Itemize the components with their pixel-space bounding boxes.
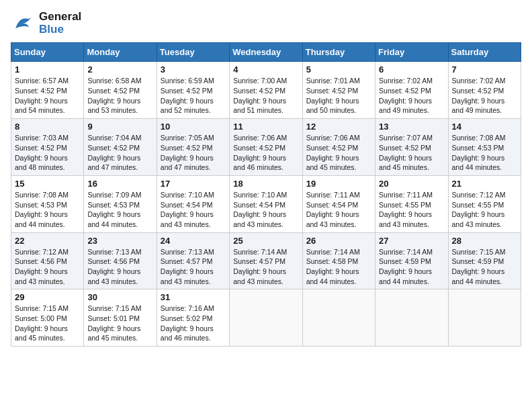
day-info: Sunrise: 7:01 AM Sunset: 4:52 PM Dayligh…: [306, 76, 371, 116]
calendar-cell: 13 Sunrise: 7:07 AM Sunset: 4:52 PM Dayl…: [375, 119, 448, 176]
day-info: Sunrise: 7:14 AM Sunset: 4:58 PM Dayligh…: [306, 247, 371, 287]
header: General Blue: [11, 11, 521, 36]
calendar-cell: 17 Sunrise: 7:10 AM Sunset: 4:54 PM Dayl…: [157, 175, 229, 232]
calendar-cell: 8 Sunrise: 7:03 AM Sunset: 4:52 PM Dayli…: [11, 119, 84, 176]
logo-icon: [11, 11, 35, 36]
day-number: 7: [452, 64, 517, 75]
calendar-cell: 31 Sunrise: 7:16 AM Sunset: 5:02 PM Dayl…: [157, 289, 229, 347]
day-info: Sunrise: 6:57 AM Sunset: 4:52 PM Dayligh…: [15, 76, 80, 116]
calendar-cell: 25 Sunrise: 7:14 AM Sunset: 4:57 PM Dayl…: [230, 232, 302, 289]
day-number: 10: [161, 122, 226, 132]
calendar-cell: 29 Sunrise: 7:15 AM Sunset: 5:00 PM Dayl…: [11, 289, 84, 347]
calendar-cell: 9 Sunrise: 7:04 AM Sunset: 4:52 PM Dayli…: [84, 119, 157, 176]
calendar-header: SundayMondayTuesdayWednesdayThursdayFrid…: [11, 43, 521, 62]
day-info: Sunrise: 6:58 AM Sunset: 4:52 PM Dayligh…: [87, 76, 152, 116]
day-number: 15: [15, 179, 80, 189]
day-number: 13: [379, 122, 444, 132]
day-number: 23: [87, 236, 152, 246]
calendar-header-friday: Friday: [375, 43, 448, 62]
day-number: 20: [379, 179, 444, 189]
calendar-cell: 24 Sunrise: 7:13 AM Sunset: 4:57 PM Dayl…: [157, 232, 229, 289]
day-info: Sunrise: 7:02 AM Sunset: 4:52 PM Dayligh…: [379, 76, 444, 116]
calendar-week-3: 15 Sunrise: 7:08 AM Sunset: 4:53 PM Dayl…: [11, 175, 521, 232]
day-info: Sunrise: 6:59 AM Sunset: 4:52 PM Dayligh…: [161, 76, 226, 116]
calendar-cell: 6 Sunrise: 7:02 AM Sunset: 4:52 PM Dayli…: [375, 62, 448, 119]
calendar-cell: 1 Sunrise: 6:57 AM Sunset: 4:52 PM Dayli…: [11, 62, 84, 119]
calendar-cell: 30 Sunrise: 7:15 AM Sunset: 5:01 PM Dayl…: [84, 289, 157, 347]
calendar-cell: [230, 289, 302, 347]
calendar-cell: 23 Sunrise: 7:13 AM Sunset: 4:56 PM Dayl…: [84, 232, 157, 289]
day-number: 6: [379, 64, 444, 75]
calendar-cell: 19 Sunrise: 7:11 AM Sunset: 4:54 PM Dayl…: [302, 175, 375, 232]
calendar-header-thursday: Thursday: [302, 43, 375, 62]
calendar-week-5: 29 Sunrise: 7:15 AM Sunset: 5:00 PM Dayl…: [11, 289, 521, 347]
day-number: 30: [87, 292, 152, 302]
day-number: 19: [306, 179, 371, 189]
day-number: 21: [452, 179, 517, 189]
calendar-cell: 12 Sunrise: 7:06 AM Sunset: 4:52 PM Dayl…: [302, 119, 375, 176]
day-info: Sunrise: 7:07 AM Sunset: 4:52 PM Dayligh…: [379, 133, 444, 173]
calendar-week-1: 1 Sunrise: 6:57 AM Sunset: 4:52 PM Dayli…: [11, 62, 521, 119]
day-number: 29: [15, 292, 80, 302]
day-info: Sunrise: 7:15 AM Sunset: 5:01 PM Dayligh…: [87, 304, 152, 343]
calendar-week-4: 22 Sunrise: 7:12 AM Sunset: 4:56 PM Dayl…: [11, 232, 521, 289]
day-number: 27: [379, 236, 444, 246]
calendar-cell: 27 Sunrise: 7:14 AM Sunset: 4:59 PM Dayl…: [375, 232, 448, 289]
day-info: Sunrise: 7:11 AM Sunset: 4:55 PM Dayligh…: [379, 190, 444, 230]
day-number: 8: [15, 122, 80, 132]
day-info: Sunrise: 7:15 AM Sunset: 5:00 PM Dayligh…: [15, 304, 80, 343]
calendar-header-monday: Monday: [84, 43, 157, 62]
day-number: 22: [15, 236, 80, 246]
day-number: 25: [233, 236, 298, 246]
calendar-cell: 21 Sunrise: 7:12 AM Sunset: 4:55 PM Dayl…: [448, 175, 521, 232]
day-number: 18: [233, 179, 298, 189]
day-info: Sunrise: 7:00 AM Sunset: 4:52 PM Dayligh…: [233, 76, 298, 116]
calendar-header-sunday: Sunday: [11, 43, 84, 62]
day-number: 14: [452, 122, 517, 132]
day-number: 31: [161, 292, 226, 302]
day-info: Sunrise: 7:06 AM Sunset: 4:52 PM Dayligh…: [233, 133, 298, 173]
day-number: 9: [87, 122, 152, 132]
calendar-cell: 4 Sunrise: 7:00 AM Sunset: 4:52 PM Dayli…: [230, 62, 302, 119]
calendar-cell: [375, 289, 448, 347]
day-number: 4: [233, 64, 298, 75]
day-info: Sunrise: 7:06 AM Sunset: 4:52 PM Dayligh…: [306, 133, 371, 173]
day-number: 24: [161, 236, 226, 246]
day-number: 16: [87, 179, 152, 189]
calendar-cell: 20 Sunrise: 7:11 AM Sunset: 4:55 PM Dayl…: [375, 175, 448, 232]
day-info: Sunrise: 7:10 AM Sunset: 4:54 PM Dayligh…: [233, 190, 298, 230]
day-info: Sunrise: 7:14 AM Sunset: 4:59 PM Dayligh…: [379, 247, 444, 287]
day-info: Sunrise: 7:08 AM Sunset: 4:53 PM Dayligh…: [15, 190, 80, 230]
day-info: Sunrise: 7:13 AM Sunset: 4:57 PM Dayligh…: [161, 247, 226, 287]
day-info: Sunrise: 7:12 AM Sunset: 4:55 PM Dayligh…: [452, 190, 517, 230]
calendar-week-2: 8 Sunrise: 7:03 AM Sunset: 4:52 PM Dayli…: [11, 119, 521, 176]
day-info: Sunrise: 7:03 AM Sunset: 4:52 PM Dayligh…: [15, 133, 80, 173]
day-info: Sunrise: 7:13 AM Sunset: 4:56 PM Dayligh…: [87, 247, 152, 287]
day-number: 11: [233, 122, 298, 132]
day-number: 12: [306, 122, 371, 132]
day-info: Sunrise: 7:04 AM Sunset: 4:52 PM Dayligh…: [87, 133, 152, 173]
calendar-cell: 10 Sunrise: 7:05 AM Sunset: 4:52 PM Dayl…: [157, 119, 229, 176]
calendar-cell: 14 Sunrise: 7:08 AM Sunset: 4:53 PM Dayl…: [448, 119, 521, 176]
day-number: 26: [306, 236, 371, 246]
day-info: Sunrise: 7:09 AM Sunset: 4:53 PM Dayligh…: [87, 190, 152, 230]
calendar-cell: 2 Sunrise: 6:58 AM Sunset: 4:52 PM Dayli…: [84, 62, 157, 119]
calendar-cell: [448, 289, 521, 347]
calendar-cell: 15 Sunrise: 7:08 AM Sunset: 4:53 PM Dayl…: [11, 175, 84, 232]
calendar-cell: 28 Sunrise: 7:15 AM Sunset: 4:59 PM Dayl…: [448, 232, 521, 289]
calendar-cell: 16 Sunrise: 7:09 AM Sunset: 4:53 PM Dayl…: [84, 175, 157, 232]
day-number: 17: [161, 179, 226, 189]
day-number: 5: [306, 64, 371, 75]
day-info: Sunrise: 7:12 AM Sunset: 4:56 PM Dayligh…: [15, 247, 80, 287]
calendar-cell: 7 Sunrise: 7:02 AM Sunset: 4:52 PM Dayli…: [448, 62, 521, 119]
calendar-table: SundayMondayTuesdayWednesdayThursdayFrid…: [11, 42, 521, 347]
day-number: 28: [452, 236, 517, 246]
day-info: Sunrise: 7:15 AM Sunset: 4:59 PM Dayligh…: [452, 247, 517, 287]
calendar-header-saturday: Saturday: [448, 43, 521, 62]
calendar-cell: 22 Sunrise: 7:12 AM Sunset: 4:56 PM Dayl…: [11, 232, 84, 289]
logo-text: General Blue: [39, 11, 81, 36]
calendar-cell: 3 Sunrise: 6:59 AM Sunset: 4:52 PM Dayli…: [157, 62, 229, 119]
day-info: Sunrise: 7:08 AM Sunset: 4:53 PM Dayligh…: [452, 133, 517, 173]
day-info: Sunrise: 7:14 AM Sunset: 4:57 PM Dayligh…: [233, 247, 298, 287]
calendar-cell: [302, 289, 375, 347]
